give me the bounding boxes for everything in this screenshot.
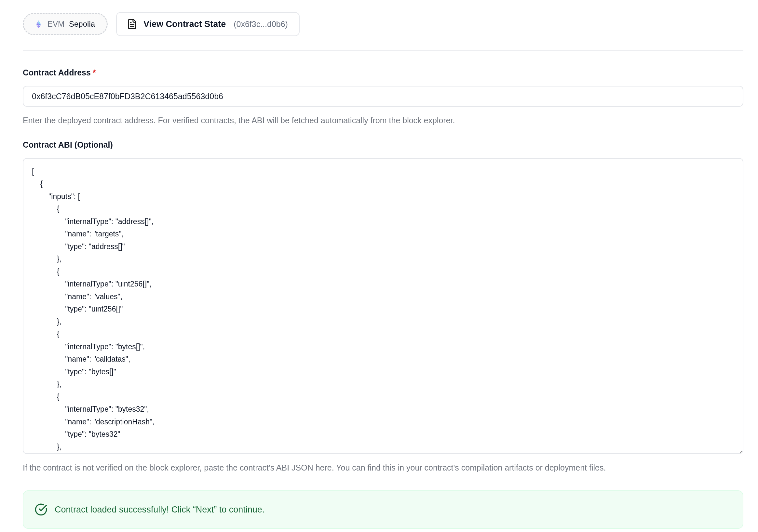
header-divider [23,50,743,51]
contract-address-hint: Enter the deployed contract address. For… [23,115,743,126]
network-name: Sepolia [69,19,95,29]
contract-abi-hint: If the contract is not verified on the b… [23,462,743,473]
contract-address-input[interactable] [23,86,743,107]
circle-check-icon [34,503,48,516]
header-row: EVM Sepolia View Contract State (0x6f3c.… [23,12,743,36]
contract-abi-textarea[interactable]: [ { "inputs": [ { "internalType": "addre… [23,158,743,454]
ethereum-icon [34,20,43,29]
success-banner: Contract loaded successfully! Click “Nex… [23,490,743,529]
network-badge[interactable]: EVM Sepolia [23,13,108,35]
contract-address-label: Contract Address* [23,68,743,78]
view-contract-state-page: EVM Sepolia View Contract State (0x6f3c.… [0,0,758,532]
chain-label: EVM [48,19,64,29]
view-contract-state-tab[interactable]: View Contract State (0x6f3c...d0b6) [116,12,300,36]
contract-abi-label: Contract ABI (Optional) [23,140,743,150]
required-asterisk: * [93,68,96,77]
tab-label: View Contract State [144,19,226,29]
success-message: Contract loaded successfully! Click “Nex… [55,505,264,515]
document-icon [126,18,138,30]
contract-address-label-text: Contract Address [23,68,91,77]
tab-address-short: (0x6f3c...d0b6) [234,19,288,29]
